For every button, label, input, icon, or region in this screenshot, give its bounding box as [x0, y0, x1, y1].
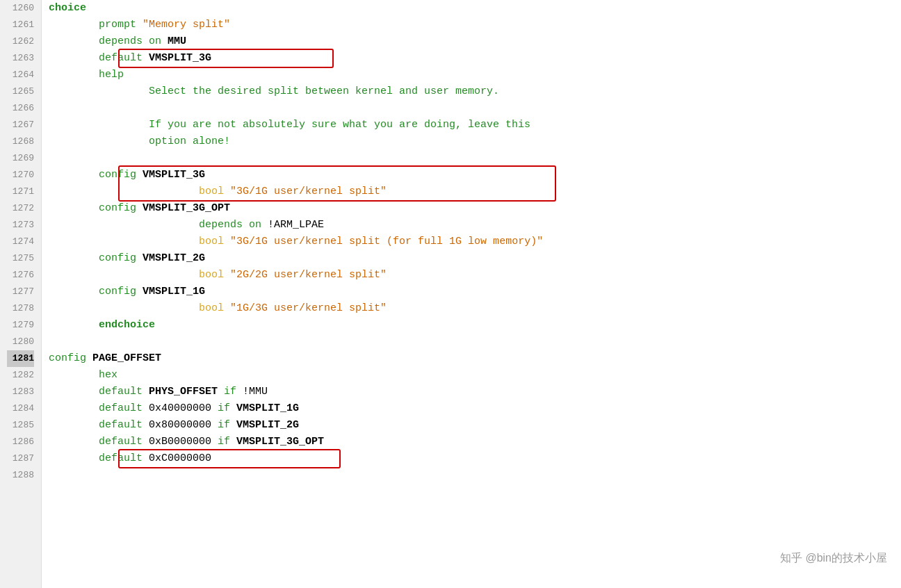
- code-line-1264: help: [49, 67, 901, 83]
- code-line-1276: bool "2G/2G user/kernel split": [49, 267, 901, 284]
- code-content: choice prompt "Memory split" depends on …: [42, 0, 901, 588]
- line-number-1271: 1271: [7, 183, 34, 200]
- code-line-1267: If you are not absolutely sure what you …: [49, 117, 901, 133]
- code-line-1284: default 0x40000000 if VMSPLIT_1G: [49, 400, 901, 417]
- line-number-1267: 1267: [7, 117, 34, 133]
- watermark: 知乎 @bin的技术小屋: [780, 550, 887, 567]
- code-line-1271: bool "3G/1G user/kernel split": [49, 183, 901, 200]
- code-line-1263: default VMSPLIT_3G: [49, 50, 901, 67]
- code-line-1266: [49, 100, 901, 117]
- line-number-1264: 1264: [7, 67, 34, 83]
- line-number-1261: 1261: [7, 17, 34, 33]
- line-number-1266: 1266: [7, 100, 34, 117]
- code-line-1261: prompt "Memory split": [49, 17, 901, 33]
- line-number-1260: 1260: [7, 0, 34, 17]
- line-number-1272: 1272: [7, 200, 34, 217]
- line-number-1287: 1287: [7, 450, 34, 467]
- line-number-1286: 1286: [7, 434, 34, 450]
- line-number-1275: 1275: [7, 250, 34, 267]
- line-number-1283: 1283: [7, 384, 34, 400]
- code-line-1287: default 0xC0000000: [49, 450, 901, 467]
- line-number-1277: 1277: [7, 284, 34, 300]
- code-line-1274: bool "3G/1G user/kernel split (for full …: [49, 234, 901, 250]
- line-number-1269: 1269: [7, 150, 34, 167]
- code-line-1288: [49, 467, 901, 484]
- code-line-1283: default PHYS_OFFSET if !MMU: [49, 384, 901, 400]
- code-line-1278: bool "1G/3G user/kernel split": [49, 300, 901, 317]
- line-number-1262: 1262: [7, 33, 34, 50]
- line-number-1268: 1268: [7, 133, 34, 150]
- code-line-1282: hex: [49, 367, 901, 384]
- code-line-1265: Select the desired split between kernel …: [49, 83, 901, 100]
- code-line-1270: config VMSPLIT_3G: [49, 167, 901, 183]
- code-line-1272: config VMSPLIT_3G_OPT: [49, 200, 901, 217]
- line-number-1263: 1263: [7, 50, 34, 67]
- code-line-1279: endchoice: [49, 317, 901, 334]
- code-line-1262: depends on MMU: [49, 33, 901, 50]
- line-number-1274: 1274: [7, 234, 34, 250]
- line-number-1284: 1284: [7, 400, 34, 417]
- code-line-1268: option alone!: [49, 133, 901, 150]
- line-number-1273: 1273: [7, 217, 34, 234]
- code-line-1286: default 0xB0000000 if VMSPLIT_3G_OPT: [49, 434, 901, 450]
- code-line-1275: config VMSPLIT_2G: [49, 250, 901, 267]
- code-line-1260: choice: [49, 0, 901, 17]
- code-line-1269: [49, 150, 901, 167]
- line-number-1279: 1279: [7, 317, 34, 334]
- code-container: 1260126112621263126412651266126712681269…: [0, 0, 901, 588]
- line-number-1282: 1282: [7, 367, 34, 384]
- code-line-1273: depends on !ARM_LPAE: [49, 217, 901, 234]
- line-number-1265: 1265: [7, 83, 34, 100]
- line-numbers: 1260126112621263126412651266126712681269…: [0, 0, 42, 588]
- code-line-1285: default 0x80000000 if VMSPLIT_2G: [49, 417, 901, 434]
- line-number-1281: 1281: [7, 350, 34, 367]
- line-number-1270: 1270: [7, 167, 34, 183]
- line-number-1280: 1280: [7, 334, 34, 350]
- line-number-1285: 1285: [7, 417, 34, 434]
- code-line-1277: config VMSPLIT_1G: [49, 284, 901, 300]
- code-line-1280: [49, 334, 901, 350]
- line-number-1288: 1288: [7, 467, 34, 484]
- line-number-1278: 1278: [7, 300, 34, 317]
- code-line-1281: config PAGE_OFFSET: [49, 350, 901, 367]
- line-number-1276: 1276: [7, 267, 34, 284]
